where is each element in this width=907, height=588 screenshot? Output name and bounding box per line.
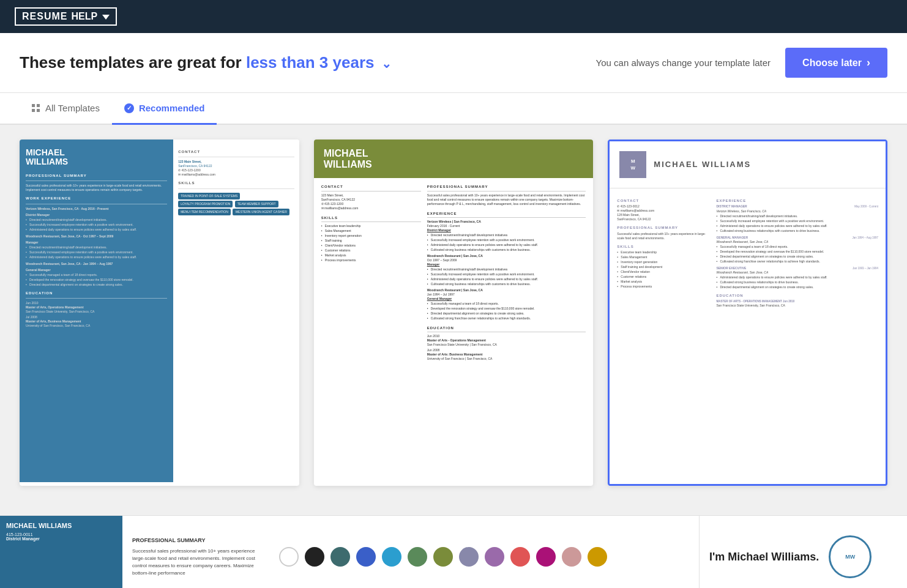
main-content: MICHAELWILLIAMS PROFESSIONAL SUMMARY Suc… — [0, 125, 907, 515]
tab-all-label: All Templates — [45, 103, 100, 113]
color-swatch-lavender[interactable] — [459, 547, 479, 567]
resume-1-contact-title: CONTACT — [178, 149, 294, 154]
resume-2-experience: EXPERIENCE Verizon Wireless | San Franci… — [427, 211, 586, 321]
resume-1-name: MICHAELWILLIAMS — [26, 148, 167, 167]
color-swatch-light-blue[interactable] — [382, 547, 401, 567]
bottom-summary-text: Successful sales professional with 10+ y… — [132, 548, 259, 577]
resume-1-divider-3 — [26, 298, 167, 299]
resume-1-skills-title: SKILLS — [178, 180, 294, 185]
logo-resume-text: RESUME — [22, 11, 67, 22]
resume-2-skills: SKILLS Executive team leadership Sales M… — [321, 215, 421, 262]
resume-3-monogram: M W — [619, 151, 646, 178]
template-card-1[interactable]: MICHAELWILLIAMS PROFESSIONAL SUMMARY Suc… — [20, 140, 299, 486]
resume-1-work-title: WORK EXPERIENCE — [26, 196, 167, 201]
choose-later-button[interactable]: Choose later › — [785, 48, 887, 78]
resume-1-summary-text: Successful sales professional with 10+ y… — [26, 184, 167, 192]
app-header: RESUME HELP — [0, 0, 907, 33]
resume-3-header: M W MICHAEL WILLIAMS — [610, 141, 886, 188]
template-card-3[interactable]: M W MICHAEL WILLIAMS CONTACT ✆ 415-123-0… — [608, 140, 887, 486]
logo-bubble-icon — [102, 15, 110, 20]
color-swatch-dark-teal[interactable] — [330, 547, 350, 567]
resume-1-right-col: CONTACT 123 Main Street, SanFrancisco, C… — [173, 140, 299, 482]
resume-2-right: PROFESSIONAL SUMMARY Successful sales pr… — [427, 184, 586, 366]
resume-1-divider-r2 — [178, 188, 294, 189]
color-swatch-blue[interactable] — [356, 547, 376, 567]
template-card-2[interactable]: MICHAELWILLIAMS CONTACT 123 Main Street,… — [314, 140, 594, 486]
resume-1-divider-1 — [26, 180, 167, 181]
resume-1-skills: TRAINED IN POINT-OF-SALE SYSTEMS LOYALTY… — [178, 192, 294, 215]
resume-2-contact: CONTACT 123 Main Street,SanFrancisco, CA… — [321, 184, 421, 210]
color-swatches — [269, 547, 699, 567]
resume-1-left-col: MICHAELWILLIAMS PROFESSIONAL SUMMARY Suc… — [20, 140, 173, 482]
resume-3-left: CONTACT ✆ 415-123-0012 ✉ mwilliams@addre… — [617, 195, 716, 308]
resume-2-left: CONTACT 123 Main Street,SanFrancisco, CA… — [321, 184, 427, 366]
resume-1-summary-title: PROFESSIONAL SUMMARY — [26, 173, 167, 178]
tab-recommended[interactable]: ✓ Recommended — [112, 93, 217, 125]
hero-title: These templates are great for less than … — [20, 53, 392, 72]
bottom-summary-title: PROFESSIONAL SUMMARY — [132, 537, 259, 545]
tab-recommended-label: Recommended — [139, 103, 205, 113]
resume-2-edu: EDUCATION Jun 2010 Master of Arts - Oper… — [427, 326, 586, 361]
hero-change-text: You can always change your template late… — [596, 58, 771, 68]
hero-right: You can always change your template late… — [596, 48, 887, 78]
color-swatch-gold[interactable] — [588, 547, 607, 567]
hero-accent: less than 3 years — [246, 53, 375, 72]
template-grid: MICHAELWILLIAMS PROFESSIONAL SUMMARY Suc… — [20, 140, 887, 486]
resume-1-divider-r1 — [178, 157, 294, 157]
resume-1-edu-title: EDUCATION — [26, 291, 167, 296]
resume-preview-3: M W MICHAEL WILLIAMS CONTACT ✆ 415-123-0… — [610, 141, 886, 484]
color-swatch-black[interactable] — [305, 547, 324, 567]
tab-all-templates[interactable]: All Templates — [20, 93, 112, 125]
logo: RESUME HELP — [15, 7, 117, 26]
bottom-summary-section: PROFESSIONAL SUMMARY Successful sales pr… — [122, 529, 269, 584]
bottom-right-monogram: MW — [829, 535, 872, 578]
resume-preview-1: MICHAELWILLIAMS PROFESSIONAL SUMMARY Suc… — [20, 140, 299, 482]
resume-2-body: CONTACT 123 Main Street,SanFrancisco, CA… — [314, 178, 594, 372]
bottom-preview-name: MICHAEL WILLIAMS — [6, 522, 116, 530]
resume-2-header: MICHAELWILLIAMS — [314, 140, 594, 178]
resume-1-job1: Verizon Wireless, San Francisco, CA · Au… — [26, 207, 167, 232]
choose-later-arrow-icon: › — [867, 56, 870, 69]
bottom-preview-job: District Manager — [6, 537, 116, 541]
hero-caret-icon[interactable]: ⌄ — [381, 57, 392, 70]
resume-1-contact: 123 Main Street, SanFrancisco, CA 94122 … — [178, 160, 294, 177]
color-swatch-magenta[interactable] — [536, 547, 556, 567]
resume-1-job2: Woodranch Restaurant, San Jose, CA · Oct… — [26, 234, 167, 259]
bottom-right-text: I'm Michael Williams. — [709, 551, 819, 564]
bottom-preview-phone: 415-123-0011 — [6, 532, 116, 537]
color-swatch-purple[interactable] — [485, 547, 504, 567]
color-swatch-green[interactable] — [408, 547, 427, 567]
resume-3-body: CONTACT ✆ 415-123-0012 ✉ mwilliams@addre… — [610, 188, 886, 314]
color-swatch-red[interactable] — [510, 547, 530, 567]
resume-3-right: EXPERIENCE DISTRICT MANAGER May 2009 - C… — [716, 195, 878, 308]
grid-icon — [32, 104, 40, 113]
color-swatch-pink[interactable] — [562, 547, 581, 567]
hero-bar: These templates are great for less than … — [0, 33, 907, 93]
hero-title-text: These templates are great for less than … — [20, 53, 392, 72]
color-swatch-olive[interactable] — [433, 547, 453, 567]
resume-1-job3: Woodranch Restaurant, San Jose, CA · Jan… — [26, 262, 167, 287]
resume-2-name: MICHAELWILLIAMS — [324, 148, 584, 169]
check-icon: ✓ — [124, 103, 134, 113]
color-swatch-empty[interactable] — [279, 547, 299, 567]
resume-1-edu: Jun 2010 Master of Arts, Operations Mana… — [26, 301, 167, 328]
bottom-bar: MICHAEL WILLIAMS 415-123-0011 District M… — [0, 515, 907, 588]
resume-2-summary: PROFESSIONAL SUMMARY Successful sales pr… — [427, 184, 586, 206]
logo-help-text: HELP — [71, 11, 97, 22]
resume-1-divider-2 — [26, 204, 167, 204]
resume-3-name: MICHAEL WILLIAMS — [654, 159, 751, 170]
tabs-bar: All Templates ✓ Recommended — [0, 93, 907, 125]
resume-preview-2: MICHAELWILLIAMS CONTACT 123 Main Street,… — [314, 140, 594, 482]
bottom-resume-preview: MICHAEL WILLIAMS 415-123-0011 District M… — [0, 516, 122, 589]
bottom-right-preview: I'm Michael Williams. MW — [699, 516, 907, 589]
